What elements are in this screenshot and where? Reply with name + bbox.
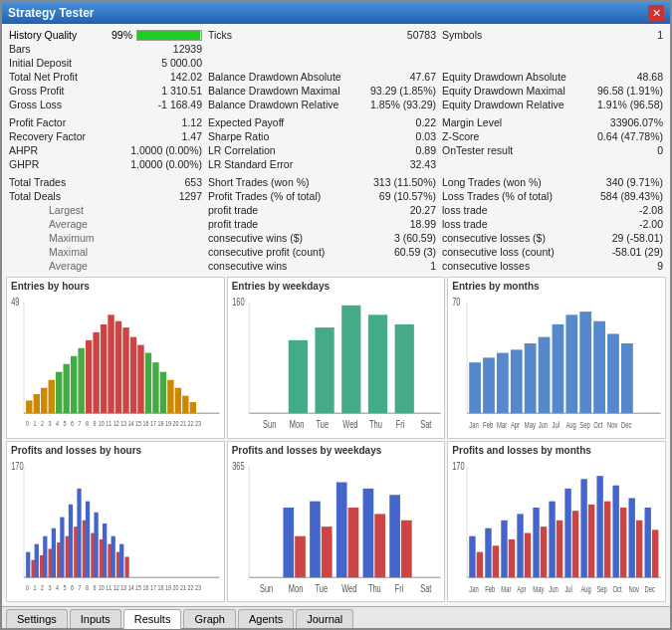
total-net-profit-cell: Total Net Profit 142.02	[6, 70, 205, 84]
hq-bar	[137, 31, 200, 40]
svg-rect-179	[525, 532, 531, 577]
svg-text:Aug: Aug	[581, 583, 591, 594]
avg-consec-row: Average consecutive wins 1 consecutive l…	[6, 259, 666, 273]
svg-text:8: 8	[86, 582, 89, 590]
svg-text:Mar: Mar	[502, 583, 513, 594]
equity-drawdown-absolute-cell: Equity Drawdown Absolute 48.68	[439, 70, 666, 84]
svg-text:Mar: Mar	[497, 419, 508, 430]
tab-journal[interactable]: Journal	[296, 609, 353, 628]
svg-text:Wed: Wed	[341, 580, 356, 593]
mcls-label: consecutive loss (count)	[442, 246, 555, 258]
entries-by-weekdays-svg: 160 Sun Mon Tue Wed Thu Fri Sat	[230, 293, 443, 436]
tab-inputs[interactable]: Inputs	[70, 609, 121, 628]
svg-rect-8	[63, 364, 69, 413]
total-trades-cell: Total Trades 653	[6, 175, 205, 189]
ot-value: 0	[603, 144, 663, 156]
apt-label: profit trade	[208, 218, 258, 230]
eda-label: Equity Drawdown Absolute	[442, 71, 566, 83]
svg-text:Sun: Sun	[263, 417, 276, 430]
svg-rect-119	[119, 543, 123, 576]
max-consec-losses-cell: consecutive losses ($) 29 (-58.01)	[439, 231, 666, 245]
svg-rect-117	[112, 535, 115, 576]
svg-rect-186	[581, 479, 587, 577]
ticks-cell: Ticks 50783	[205, 28, 439, 42]
svg-text:12: 12	[113, 582, 119, 590]
ep-value: 0.22	[376, 116, 436, 128]
window-title: Strategy Tester	[8, 6, 94, 20]
svg-text:11: 11	[106, 419, 112, 427]
balance-drawdown-absolute-cell: Balance Drawdown Absolute 47.67	[205, 70, 439, 84]
svg-rect-75	[539, 337, 551, 414]
svg-rect-25	[190, 402, 196, 413]
svg-text:23: 23	[195, 419, 201, 427]
svg-rect-156	[362, 488, 373, 576]
td-value: 1297	[142, 190, 202, 202]
close-button[interactable]: ✕	[648, 5, 664, 21]
svg-text:Mon: Mon	[289, 417, 304, 430]
pl-by-hours-title: Profits and losses by hours	[9, 444, 222, 457]
svg-rect-54	[288, 340, 307, 413]
mcw-label: consecutive wins ($)	[208, 232, 303, 244]
svg-rect-78	[580, 312, 592, 413]
bars-value: 12939	[142, 43, 202, 55]
largest-profit-trade-cell: profit trade 20.27	[205, 203, 439, 217]
svg-text:22: 22	[187, 419, 193, 427]
mcp-label: consecutive profit (count)	[208, 246, 325, 258]
gross-loss-row: Gross Loss -1 168.49 Balance Drawdown Re…	[6, 98, 666, 111]
bars-row: Bars 12939	[6, 42, 666, 56]
tab-settings[interactable]: Settings	[6, 609, 68, 628]
svg-rect-58	[394, 324, 413, 413]
svg-text:1: 1	[34, 419, 37, 427]
svg-rect-185	[572, 511, 578, 577]
gross-profit-label: Gross Profit	[9, 85, 64, 97]
svg-text:16: 16	[143, 419, 149, 427]
svg-rect-72	[497, 353, 509, 414]
bdr-label: Balance Drawdown Relative	[208, 99, 338, 110]
acl-value: 9	[603, 260, 663, 272]
initial-deposit-label: Initial Deposit	[9, 57, 72, 69]
svg-text:Thu: Thu	[369, 417, 382, 430]
svg-rect-9	[71, 356, 77, 413]
gross-loss-value: -1 168.49	[142, 99, 202, 110]
svg-rect-24	[182, 396, 188, 414]
average-row: Average profit trade 18.99 loss trade -2…	[6, 217, 666, 231]
bdm-cell: Balance Drawdown Maximal 93.29 (1.85%)	[205, 84, 439, 98]
svg-text:Jun: Jun	[550, 583, 559, 594]
total-deals-cell: Total Deals 1297	[6, 189, 205, 203]
svg-text:70: 70	[452, 295, 460, 308]
svg-rect-11	[86, 340, 92, 413]
svg-rect-178	[518, 514, 524, 577]
pt-label: Profit Trades (% of total)	[208, 190, 321, 202]
lrc-value: 0.89	[376, 144, 436, 156]
title-bar: Strategy Tester ✕	[2, 2, 670, 24]
tab-graph[interactable]: Graph	[183, 609, 236, 628]
zscore-cell: Z-Score 0.64 (47.78%)	[439, 129, 666, 143]
svg-rect-105	[60, 517, 64, 577]
svg-text:15: 15	[135, 582, 141, 590]
svg-text:Dec: Dec	[645, 583, 656, 594]
symbols-label: Symbols	[442, 29, 482, 41]
main-content: History Quality 99% Ticks 50783 Symbols …	[2, 24, 670, 606]
ot-label: OnTester result	[442, 144, 513, 156]
svg-text:0: 0	[26, 419, 29, 427]
svg-rect-18	[137, 345, 143, 414]
tab-agents[interactable]: Agents	[238, 609, 294, 628]
svg-text:21: 21	[180, 419, 186, 427]
svg-rect-16	[122, 327, 128, 413]
svg-text:Sat: Sat	[420, 580, 431, 593]
avg-consec-wins-cell: consecutive wins 1	[205, 259, 439, 273]
maximal-row: Maximal consecutive profit (count) 60.59…	[6, 245, 666, 259]
svg-text:170: 170	[452, 459, 464, 472]
svg-text:160: 160	[232, 295, 244, 308]
strategy-tester-window: Strategy Tester ✕ History Quality 99% Ti…	[0, 0, 672, 630]
svg-rect-74	[525, 343, 537, 413]
svg-text:Fri: Fri	[394, 580, 403, 593]
llt-label: loss trade	[442, 204, 488, 216]
svg-text:Wed: Wed	[342, 417, 357, 430]
svg-text:20: 20	[173, 582, 179, 590]
recovery-factor-cell: Recovery Factor 1.47	[6, 129, 205, 143]
svg-rect-181	[541, 526, 547, 577]
svg-text:Apr: Apr	[518, 583, 528, 594]
tab-results[interactable]: Results	[123, 609, 182, 629]
max-consec-loss-cell: consecutive loss (count) -58.01 (29)	[439, 245, 666, 259]
